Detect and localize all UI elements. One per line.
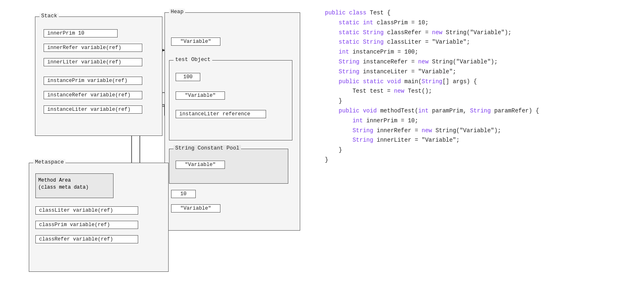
heap-label: Heap bbox=[169, 9, 185, 15]
code-line: String innerLiter = "Variable"; bbox=[325, 135, 632, 145]
heap-instanceliter-ref: instanceLiter reference bbox=[176, 110, 266, 118]
heap-variable-top: "Variable" bbox=[171, 37, 220, 46]
meta-classrefer: classRefer variable(ref) bbox=[35, 235, 138, 243]
code-line: String instanceRefer = new String("Varia… bbox=[325, 57, 632, 67]
test-object-region: test Object 100 "Variable" instanceLiter… bbox=[169, 60, 292, 140]
heap-variable-bottom: "Variable" bbox=[171, 204, 220, 213]
code-panel: public class Test { static int classPrim… bbox=[317, 4, 640, 281]
stack-instanceliter: instanceLiter variable(ref) bbox=[44, 105, 142, 114]
heap-region: Heap "Variable" test Object 100 "Variabl… bbox=[164, 12, 300, 231]
code-line: } bbox=[325, 145, 632, 155]
code-line: String innerRefer = new String("Variable… bbox=[325, 126, 632, 136]
method-area-region: Method Area(class meta data) bbox=[35, 173, 114, 198]
code-line: Test test = new Test(); bbox=[325, 86, 632, 96]
heap-variable-mid: "Variable" bbox=[176, 91, 225, 100]
method-area-label: Method Area(class meta data) bbox=[36, 174, 113, 194]
metaspace-label: Metaspace bbox=[33, 159, 65, 165]
stack-innerprim: innerPrim 10 bbox=[44, 29, 118, 37]
stack-instanceprim: instancePrim variable(ref) bbox=[44, 77, 142, 85]
code-line: } bbox=[325, 155, 632, 165]
stack-label: Stack bbox=[39, 13, 59, 19]
test-object-label: test Object bbox=[174, 56, 212, 63]
string-pool-label: String Constant Pool bbox=[174, 145, 241, 151]
code-line: } bbox=[325, 96, 632, 106]
code-line: public void methodTest(int paramPrim, St… bbox=[325, 106, 632, 116]
code-line: static String classLiter = "Variable"; bbox=[325, 37, 632, 47]
code-line: public static void main(String[] args) { bbox=[325, 77, 632, 87]
heap-variable-pool: "Variable" bbox=[176, 161, 225, 169]
string-pool-region: String Constant Pool "Variable" bbox=[169, 149, 288, 184]
stack-innerliter: innerLiter variable(ref) bbox=[44, 58, 142, 66]
heap-val-10: 10 bbox=[171, 190, 196, 198]
heap-val-100: 100 bbox=[176, 73, 200, 81]
meta-classprim: classPrim variable(ref) bbox=[35, 221, 138, 229]
code-line: int innerPrim = 10; bbox=[325, 116, 632, 126]
code-line: public class Test { bbox=[325, 8, 632, 18]
meta-classliter: classLiter variable(ref) bbox=[35, 206, 138, 215]
code-line: int instancePrim = 100; bbox=[325, 47, 632, 57]
code-line: static String classRefer = new String("V… bbox=[325, 28, 632, 38]
stack-region: Stack innerPrim 10 innerRefer variable(r… bbox=[35, 16, 162, 136]
code-line: String instanceLiter = "Variable"; bbox=[325, 67, 632, 77]
code-line: static int classPrim = 10; bbox=[325, 18, 632, 28]
diagram: Stack innerPrim 10 innerRefer variable(r… bbox=[4, 4, 317, 281]
stack-instancerefer: instanceRefer variable(ref) bbox=[44, 91, 142, 99]
stack-innerrefer: innerRefer variable(ref) bbox=[44, 44, 142, 52]
metaspace-region: Metaspace Method Area(class meta data) c… bbox=[29, 163, 169, 272]
